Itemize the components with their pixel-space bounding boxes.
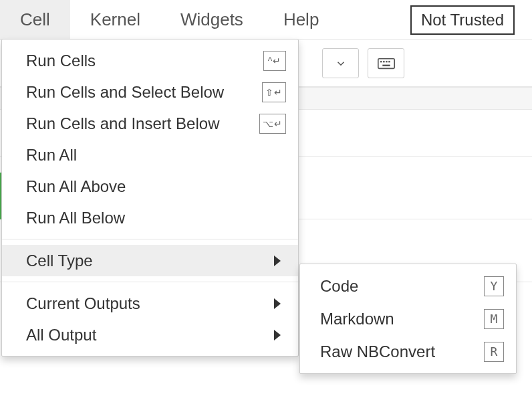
- not-trusted-button[interactable]: Not Trusted: [410, 5, 515, 35]
- menu-item-label: Current Outputs: [26, 294, 140, 313]
- submenu-item-markdown[interactable]: Markdown M: [300, 302, 516, 335]
- menubar-spacer: [339, 0, 410, 39]
- menu-item-label: Run All Below: [26, 209, 125, 227]
- menu-item-run-cells-insert-below[interactable]: Run Cells and Insert Below ⌥↵: [2, 108, 298, 139]
- keyboard-icon: [378, 58, 395, 70]
- submenu-item-raw-nbconvert[interactable]: Raw NBConvert R: [300, 335, 516, 368]
- menubar-item-help[interactable]: Help: [263, 0, 339, 39]
- svg-rect-1: [380, 60, 382, 62]
- menu-item-all-output[interactable]: All Output: [2, 319, 298, 351]
- submenu-arrow-icon: [274, 298, 281, 309]
- menu-item-label: Run Cells and Insert Below: [26, 114, 219, 133]
- menu-item-label: Run All Above: [26, 177, 126, 196]
- menu-item-run-all[interactable]: Run All: [2, 139, 298, 171]
- menubar-item-label: Kernel: [90, 9, 140, 30]
- menu-item-cell-type[interactable]: Cell Type: [2, 245, 298, 276]
- menubar-item-kernel[interactable]: Kernel: [70, 0, 160, 39]
- menubar-item-widgets[interactable]: Widgets: [160, 0, 263, 39]
- shortcut-key-badge: R: [484, 342, 504, 362]
- svg-rect-0: [378, 58, 394, 68]
- submenu-item-label: Code: [320, 277, 358, 296]
- shortcut-badge: ⇧↵: [262, 82, 286, 102]
- trust-indicator-wrap: Not Trusted: [410, 0, 532, 39]
- chevron-down-icon: [335, 58, 347, 70]
- shortcut-key-badge: M: [484, 309, 504, 329]
- menu-item-label: Cell Type: [26, 252, 93, 270]
- shortcut-badge: ⌥↵: [259, 114, 286, 134]
- menu-item-current-outputs[interactable]: Current Outputs: [2, 288, 298, 319]
- cell-dropdown-menu: Run Cells ^↵ Run Cells and Select Below …: [1, 39, 299, 357]
- menubar-item-label: Help: [283, 9, 319, 30]
- menu-item-label: All Output: [26, 326, 96, 344]
- menubar-item-label: Cell: [20, 9, 50, 30]
- submenu-item-label: Raw NBConvert: [320, 342, 435, 361]
- menu-item-run-cells[interactable]: Run Cells ^↵: [2, 45, 298, 76]
- submenu-item-code[interactable]: Code Y: [300, 270, 516, 302]
- menu-item-label: Run Cells and Select Below: [26, 83, 224, 102]
- shortcut-badge: ^↵: [263, 51, 286, 71]
- cell-type-dropdown-button[interactable]: [322, 48, 359, 78]
- menu-divider: [2, 282, 298, 282]
- menu-divider: [2, 239, 298, 239]
- menubar: Cell Kernel Widgets Help Not Trusted: [0, 0, 532, 40]
- menu-item-run-all-above[interactable]: Run All Above: [2, 171, 298, 202]
- keyboard-shortcuts-button[interactable]: [368, 48, 404, 78]
- svg-rect-2: [383, 60, 384, 62]
- svg-rect-4: [388, 60, 390, 62]
- shortcut-key-badge: Y: [484, 276, 504, 296]
- menu-item-run-all-below[interactable]: Run All Below: [2, 202, 298, 233]
- svg-rect-3: [386, 60, 387, 62]
- svg-rect-5: [382, 64, 390, 66]
- menu-item-label: Run All: [26, 146, 77, 165]
- submenu-item-label: Markdown: [320, 310, 394, 328]
- submenu-arrow-icon: [274, 256, 281, 266]
- cell-type-submenu: Code Y Markdown M Raw NBConvert R: [299, 264, 517, 374]
- submenu-arrow-icon: [274, 330, 281, 340]
- menu-item-run-cells-select-below[interactable]: Run Cells and Select Below ⇧↵: [2, 76, 298, 108]
- not-trusted-label: Not Trusted: [421, 11, 504, 29]
- menubar-item-label: Widgets: [180, 9, 243, 30]
- menu-item-label: Run Cells: [26, 52, 96, 70]
- menubar-item-cell[interactable]: Cell: [0, 0, 70, 39]
